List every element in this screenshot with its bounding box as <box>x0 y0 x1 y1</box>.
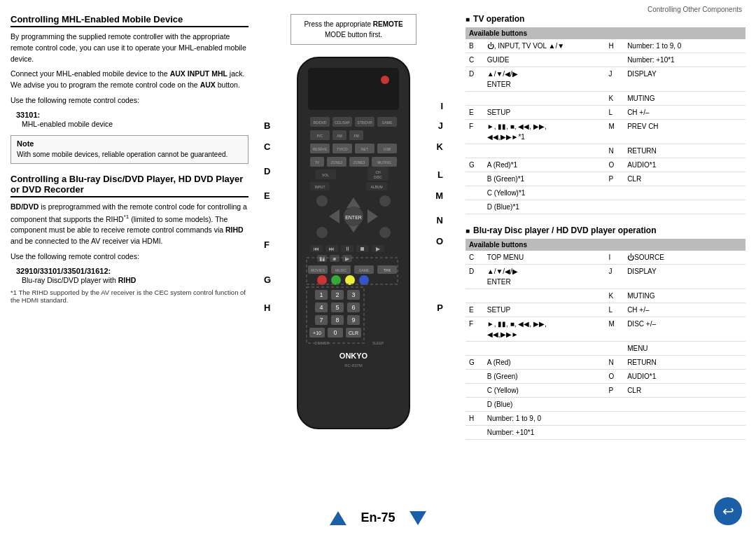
svg-text:USB: USB <box>384 147 391 151</box>
row-hbutton: RETURN <box>624 144 746 158</box>
svg-text:TV/CO: TV/CO <box>337 147 347 151</box>
svg-point-78 <box>345 275 355 285</box>
row-letter: F <box>465 317 484 342</box>
row-letter <box>465 92 484 106</box>
page-footer: En-75 <box>0 510 756 525</box>
table-row: G A (Red) N RETURN <box>465 356 746 370</box>
section1-para2: Connect your MHL-enabled mobile device t… <box>10 69 248 91</box>
table-row: C TOP MENU I ⏻SOURCE <box>465 251 746 265</box>
section2-code2: 32910/33101/33501/31612: <box>16 267 248 275</box>
svg-text:GAME: GAME <box>359 268 370 272</box>
row-hbutton: AUDIO*1 <box>624 158 746 172</box>
row-hbutton: Number: 1 to 9, 0 <box>624 39 746 53</box>
note-title: Note <box>17 139 242 148</box>
row-hbutton: ⏻SOURCE <box>624 251 746 265</box>
remote-svg: BD/DVD CDL/SAP STB/DVR GAME P/C AM FM RE… <box>276 50 430 443</box>
row-letter <box>465 200 484 214</box>
row-button <box>484 144 606 158</box>
table-row: E SETUP L CH +/– <box>465 303 746 317</box>
row-hbutton: DISPLAY <box>624 67 746 92</box>
section2-footnote: *1 The RIHD supported by the AV receiver… <box>10 289 248 304</box>
label-G: G <box>264 275 271 285</box>
svg-point-48 <box>316 195 328 207</box>
row-button: B (Green) <box>484 370 606 384</box>
row-hletter: P <box>606 384 624 398</box>
row-hbutton: CLR <box>624 172 746 186</box>
svg-text:⏭: ⏭ <box>329 246 335 252</box>
row-hbutton: CH +/– <box>624 303 746 317</box>
next-page-arrow[interactable] <box>410 511 426 525</box>
row-letter <box>465 144 484 158</box>
table-row: B (Green) O AUDIO*1 <box>465 370 746 384</box>
row-button: ⏻, INPUT, TV VOL ▲/▼ <box>484 39 606 53</box>
svg-text:ZONE2: ZONE2 <box>331 160 343 165</box>
section1-para1: By programming the supplied remote contr… <box>10 32 248 64</box>
row-hbutton: Number: +10*1 <box>624 53 746 67</box>
svg-point-49 <box>379 195 391 207</box>
table-row: G A (Red)*1 O AUDIO*1 <box>465 158 746 172</box>
row-hletter <box>606 342 624 356</box>
row-button: ▲/▼/◀/▶ ENTER <box>484 67 606 92</box>
row-button <box>484 289 606 303</box>
bd-avail-label: Available buttons <box>465 239 746 251</box>
svg-text:INPUT: INPUT <box>315 185 326 189</box>
svg-text:ENTER: ENTER <box>345 215 362 220</box>
middle-column: Press the appropriate REMOTE MODE button… <box>255 14 451 528</box>
back-button-container: ↩ <box>714 497 742 525</box>
row-letter <box>465 370 484 384</box>
svg-rect-1 <box>308 68 399 110</box>
table-row: D (Blue)*1 <box>465 200 746 214</box>
section2-title: Controlling a Blu-ray Disc/DVD Player, H… <box>10 174 248 197</box>
row-hbutton: PREV CH <box>624 120 746 144</box>
svg-text:AM: AM <box>337 134 342 138</box>
row-button: SETUP <box>484 303 606 317</box>
row-button: C (Yellow)*1 <box>484 186 606 200</box>
svg-point-2 <box>381 76 389 84</box>
row-letter <box>465 186 484 200</box>
row-letter: C <box>465 53 484 67</box>
row-hletter: L <box>606 106 624 120</box>
section2-para1: BD/DVD is preprogrammed with the remote … <box>10 202 248 247</box>
row-hletter <box>606 426 624 440</box>
table-row: H Number: 1 to 9, 0 <box>465 412 746 426</box>
page-number: En-75 <box>360 510 395 525</box>
svg-text:8: 8 <box>335 317 339 324</box>
table-row: F ►, ▮▮, ■, ◀◀, ▶▶, ◀◀,▶▶► M DISC +/– <box>465 317 746 342</box>
row-letter: F <box>465 120 484 144</box>
row-letter: E <box>465 106 484 120</box>
table-row: C (Yellow)*1 <box>465 186 746 200</box>
row-button: D (Blue)*1 <box>484 200 606 214</box>
table-row: F ►, ▮▮, ■, ◀◀, ▶▶, ◀◀,▶▶►*1 M PREV CH <box>465 120 746 144</box>
table-row: K MUTING <box>465 289 746 303</box>
table-row: D ▲/▼/◀/▶ ENTER J DISPLAY <box>465 67 746 92</box>
label-L: L <box>438 169 443 180</box>
row-hbutton: DISPLAY <box>624 265 746 289</box>
row-hletter: N <box>606 356 624 370</box>
row-hletter: O <box>606 370 624 384</box>
bd-table: Available buttons C TOP MENU I ⏻SOURCED … <box>465 239 746 440</box>
row-hbutton: DISC +/– <box>624 317 746 342</box>
svg-text:▶: ▶ <box>376 246 381 252</box>
label-E: E <box>264 190 270 201</box>
svg-text:⏸: ⏸ <box>344 246 350 252</box>
svg-text:7: 7 <box>319 317 323 324</box>
svg-text:CDL/SAP: CDL/SAP <box>335 120 350 125</box>
section1-code1-desc: MHL-enabled mobile device <box>22 119 248 130</box>
svg-text:STB/DVR: STB/DVR <box>357 120 372 125</box>
svg-text:6: 6 <box>351 304 355 311</box>
row-button <box>484 342 606 356</box>
row-hletter: J <box>606 67 624 92</box>
row-button: D (Blue) <box>484 398 606 412</box>
row-button: ▲/▼/◀/▶ ENTER <box>484 265 606 289</box>
row-hletter <box>606 200 624 214</box>
prev-page-arrow[interactable] <box>330 511 346 525</box>
row-hletter: L <box>606 303 624 317</box>
row-letter: G <box>465 158 484 172</box>
svg-text:RESRVE: RESRVE <box>313 147 328 151</box>
row-hletter: H <box>606 39 624 53</box>
label-K: K <box>437 141 443 152</box>
back-button[interactable]: ↩ <box>714 497 742 525</box>
svg-text:DISC: DISC <box>374 175 382 179</box>
row-hbutton: MENU <box>624 342 746 356</box>
remote-image: BD/DVD CDL/SAP STB/DVR GAME P/C AM FM RE… <box>276 50 430 444</box>
